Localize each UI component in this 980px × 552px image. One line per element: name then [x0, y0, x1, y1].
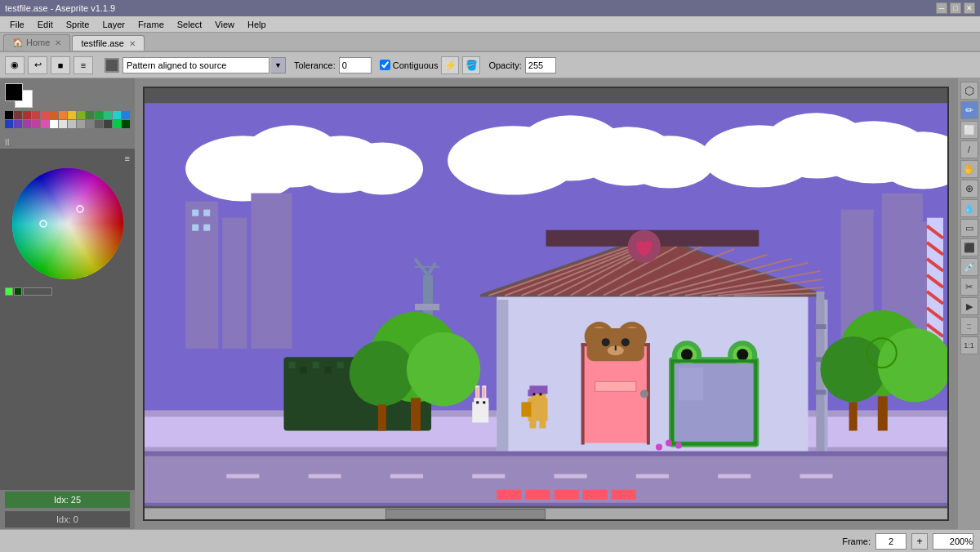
svg-rect-116	[815, 390, 826, 394]
opacity-input[interactable]	[525, 57, 556, 73]
h-scrollbar-thumb[interactable]	[385, 509, 546, 519]
rt-crop-btn[interactable]: ✂	[960, 278, 978, 296]
svg-point-95	[602, 338, 610, 346]
tool-btn-2[interactable]: ↩	[28, 56, 47, 74]
rt-hand-btn[interactable]: ✋	[960, 160, 978, 178]
svg-rect-139	[539, 420, 546, 428]
swatch-teal[interactable]	[104, 111, 112, 119]
svg-point-8	[624, 136, 714, 188]
svg-rect-147	[483, 401, 485, 403]
swatch-charcoal[interactable]	[95, 120, 103, 128]
tab-testfile[interactable]: testfile.ase ✕	[72, 35, 145, 51]
frame-input[interactable]	[875, 533, 906, 550]
frame-add-btn[interactable]: +	[911, 533, 928, 550]
swatch-red[interactable]	[23, 111, 31, 119]
menu-edit[interactable]: Edit	[31, 18, 60, 31]
menu-frame[interactable]: Frame	[131, 18, 171, 31]
menu-file[interactable]: File	[3, 18, 31, 31]
swatch-lightgray[interactable]	[59, 120, 67, 128]
tool-btn-3[interactable]: ■	[51, 56, 70, 74]
swatch-darkgray[interactable]	[86, 120, 94, 128]
swatch-lightorange[interactable]	[59, 111, 67, 119]
minimize-btn[interactable]: ─	[936, 2, 947, 14]
swatch-white[interactable]	[50, 120, 58, 128]
scene-svg[interactable]	[145, 88, 947, 519]
rt-wand-btn[interactable]: ⬛	[960, 238, 978, 256]
swatch-gray[interactable]	[68, 120, 76, 128]
swatch-pink[interactable]	[41, 120, 49, 128]
svg-point-121	[350, 341, 415, 406]
maximize-btn[interactable]: □	[950, 2, 961, 14]
color-picker-btn[interactable]	[105, 58, 119, 73]
svg-rect-123	[411, 398, 421, 430]
swatch-magenta[interactable]	[32, 120, 40, 128]
svg-rect-144	[483, 387, 485, 398]
h-scrollbar[interactable]	[145, 508, 947, 519]
swatch-blue[interactable]	[122, 111, 130, 119]
pattern-label: Pattern aligned to source	[127, 60, 226, 70]
rt-zoom-fit-btn[interactable]: 1:1	[960, 336, 978, 354]
rt-eraser-btn[interactable]: ⬜	[960, 121, 978, 139]
tab-home-label: 🏠 Home	[12, 38, 50, 48]
icon-btn-2[interactable]: 🪣	[462, 56, 480, 74]
menu-bar: File Edit Sprite Layer Frame Select View…	[0, 16, 980, 33]
close-btn[interactable]: ✕	[964, 2, 975, 14]
swatch-brightgreen[interactable]	[113, 120, 121, 128]
icon-btn-1[interactable]: ⚡	[441, 56, 459, 74]
rt-animate-btn[interactable]: ▶	[960, 297, 978, 315]
contiguous-checkbox[interactable]	[380, 60, 390, 70]
pattern-dropdown[interactable]: Pattern aligned to source ▼	[122, 57, 286, 73]
tab-home[interactable]: 🏠 Home ✕	[3, 34, 70, 51]
swatch-area	[0, 78, 135, 136]
swatch-black[interactable]	[5, 111, 13, 119]
bottom-swatch-1[interactable]	[5, 287, 13, 296]
menu-sprite[interactable]: Sprite	[60, 18, 96, 31]
rt-line-btn[interactable]: /	[960, 140, 978, 158]
swatch-brightred[interactable]	[32, 111, 40, 119]
zoom-input[interactable]	[933, 533, 973, 550]
rt-eyedrop-btn[interactable]: 💉	[960, 258, 978, 276]
bottom-swatch-2[interactable]	[14, 287, 22, 296]
swatch-purple[interactable]	[14, 120, 22, 128]
pattern-dropdown-box[interactable]: Pattern aligned to source	[122, 57, 270, 73]
swatch-yellowgreen[interactable]	[77, 111, 85, 119]
color-wheel-menu[interactable]: ≡	[125, 154, 130, 163]
tool-btn-1[interactable]: ◉	[5, 56, 24, 74]
fg-color[interactable]	[5, 83, 23, 101]
swatch-darkred[interactable]	[14, 111, 22, 119]
color-wheel-canvas[interactable]	[11, 167, 125, 281]
swatch-orange[interactable]	[50, 111, 58, 119]
swatch-forestgreen[interactable]	[122, 120, 130, 128]
menu-select[interactable]: Select	[171, 18, 209, 31]
svg-rect-15	[251, 194, 292, 349]
menu-help[interactable]: Help	[241, 18, 273, 31]
swatch-darkgreen[interactable]	[86, 111, 94, 119]
rt-move-btn[interactable]: ⊕	[960, 180, 978, 198]
menu-view[interactable]: View	[208, 18, 241, 31]
rt-zoom-icon[interactable]: ⬡	[960, 82, 978, 100]
rt-select-btn[interactable]: ▭	[960, 219, 978, 237]
swatch-bottom	[5, 287, 130, 296]
svg-point-96	[621, 338, 630, 346]
menu-layer[interactable]: Layer	[96, 18, 131, 31]
tool-btn-4[interactable]: ≡	[74, 56, 93, 74]
swatch-verydarkgray[interactable]	[104, 120, 112, 128]
swatch-yellow[interactable]	[68, 111, 76, 119]
tab-home-close[interactable]: ✕	[55, 38, 61, 47]
pattern-dropdown-arrow[interactable]: ▼	[271, 57, 286, 73]
rt-fill-btn[interactable]: 💧	[960, 199, 978, 217]
tab-testfile-close[interactable]: ✕	[129, 39, 136, 48]
rt-pencil-btn[interactable]: ✏	[960, 101, 978, 119]
rt-grid-btn[interactable]: ::	[960, 317, 978, 335]
idx-display2[interactable]: Idx: 0	[5, 511, 130, 528]
swatch-r5[interactable]	[41, 111, 49, 119]
idx-display[interactable]: Idx: 25	[5, 492, 130, 508]
swatch-violet[interactable]	[23, 120, 31, 128]
svg-rect-153	[390, 474, 423, 479]
swatch-midgray[interactable]	[77, 120, 85, 128]
svg-rect-94	[587, 328, 644, 361]
swatch-cyan[interactable]	[113, 111, 121, 119]
swatch-darkblue[interactable]	[5, 120, 13, 128]
swatch-green[interactable]	[95, 111, 103, 119]
tolerance-input[interactable]	[339, 57, 372, 73]
